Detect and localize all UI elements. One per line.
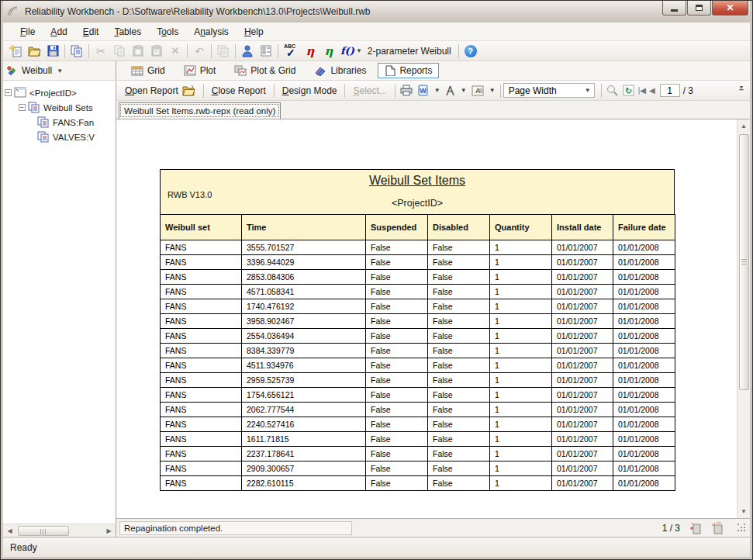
chevron-down-icon: ▼	[434, 87, 440, 94]
tab-grid[interactable]: Grid	[124, 63, 172, 78]
report-toolbar: Open Report Close Report Design Mode Sel…	[116, 81, 750, 101]
table-cell: FANS	[161, 299, 242, 314]
restore-button[interactable]	[687, 1, 711, 16]
table-cell: 01/01/2008	[613, 344, 675, 358]
table-row: FANS2240.527416FalseFalse101/01/200701/0…	[161, 417, 675, 432]
table-cell: False	[366, 314, 428, 329]
table-row: FANS2554.036494FalseFalse101/01/200701/0…	[161, 329, 675, 344]
eta-green-button[interactable]: η	[320, 43, 338, 60]
close-report-button[interactable]: Close Report	[206, 84, 271, 98]
export-text-button[interactable]: A▼	[469, 84, 498, 98]
table-cell: 2282.610115	[242, 476, 366, 491]
zoom-value: Page Width	[509, 85, 557, 96]
toolbar-overflow-button[interactable]: ▼▔	[736, 85, 747, 96]
menu-analysis[interactable]: Analysis	[186, 24, 237, 40]
page-margins-icon[interactable]	[689, 522, 702, 534]
eta-red-button[interactable]: η	[301, 43, 320, 60]
design-mode-button[interactable]: Design Mode	[277, 84, 343, 98]
collapse-icon[interactable]: −	[19, 104, 26, 111]
toolbar-separator	[395, 84, 395, 98]
menu-help[interactable]: Help	[237, 24, 271, 40]
table-cell: False	[366, 388, 428, 403]
open-report-button[interactable]: Open Report	[119, 83, 201, 98]
report-area: Open Report Close Report Design Mode Sel…	[116, 81, 750, 537]
tab-plot[interactable]: Plot	[177, 63, 223, 78]
collapse-icon[interactable]: −	[5, 89, 12, 96]
menu-add[interactable]: Add	[43, 24, 74, 40]
spell-check-button[interactable]: ABC✓	[281, 43, 301, 60]
minimize-button[interactable]	[662, 1, 686, 16]
tree-node-project[interactable]: − <ProjectID>	[5, 85, 114, 100]
toolbar-separator	[235, 44, 236, 58]
table-cell: 2853.084306	[242, 270, 366, 285]
table-cell: FANS	[161, 329, 242, 344]
table-cell: 1	[490, 447, 552, 461]
table-cell: 01/01/2008	[613, 373, 675, 388]
new-project-button[interactable]	[6, 43, 25, 60]
resize-grip[interactable]	[737, 524, 747, 533]
save-button[interactable]	[43, 43, 62, 60]
database-user-button[interactable]	[238, 43, 257, 60]
close-button[interactable]: ✕	[712, 1, 748, 16]
table-cell: 1611.71815	[242, 432, 366, 447]
report-subtitle: <ProjectID>	[161, 198, 674, 209]
scrollbar-thumb[interactable]	[18, 526, 69, 536]
table-cell: 1	[490, 344, 552, 358]
menu-tables[interactable]: Tables	[106, 24, 149, 40]
table-cell: 1	[490, 388, 552, 403]
tab-plot-label: Plot	[200, 65, 216, 76]
table-row: FANS4571.058341FalseFalse101/01/200701/0…	[161, 285, 675, 299]
scroll-right-icon[interactable]: ▶	[102, 524, 116, 538]
page-number-input[interactable]	[660, 84, 680, 97]
open-project-button[interactable]	[25, 43, 43, 60]
eta-green-icon: η	[325, 44, 333, 58]
tab-plot-grid[interactable]: Plot & Grid	[227, 63, 302, 78]
export-word-button[interactable]: W▼	[415, 83, 443, 98]
menu-edit[interactable]: Edit	[75, 24, 107, 40]
project-icon	[14, 87, 27, 99]
chevron-down-icon: ▼	[57, 67, 63, 74]
table-cell: False	[366, 417, 428, 432]
table-row: FANS2062.777544FalseFalse101/01/200701/0…	[161, 403, 675, 417]
plot-icon	[184, 65, 196, 76]
scroll-up-icon[interactable]: ▲	[737, 119, 751, 133]
project-tree-panel: − <ProjectID> − Weibull Sets FANS:Fan VA…	[3, 81, 116, 537]
chevron-down-icon: ▼	[461, 87, 467, 94]
paste-special-button	[147, 43, 166, 60]
table-cell: 01/01/2008	[613, 299, 675, 314]
table-cell: 01/01/2008	[613, 403, 675, 417]
zoom-select[interactable]: Page Width ▼	[503, 83, 595, 98]
weibull-module-button[interactable]: Weibull ▼	[6, 65, 63, 76]
table-cell: 01/01/2007	[552, 285, 613, 299]
window-title: Reliability Workbench - D:\Software\Reli…	[25, 6, 371, 17]
main-area: − <ProjectID> − Weibull Sets FANS:Fan VA…	[3, 81, 750, 537]
table-cell: 3396.944029	[242, 255, 366, 270]
page-setup-icon[interactable]	[711, 522, 724, 534]
weibull-set-icon	[37, 131, 50, 143]
tree-node-fans[interactable]: FANS:Fan	[5, 115, 114, 130]
menu-tools[interactable]: Tools	[149, 24, 186, 40]
distribution-function-button[interactable]: f()▼	[338, 43, 364, 60]
page-total-label: / 3	[683, 85, 693, 96]
table-cell: 1	[490, 461, 552, 476]
duplicate-pages-button[interactable]	[67, 43, 86, 60]
grid-icon	[131, 65, 143, 76]
tab-reports[interactable]: Reports	[378, 63, 439, 78]
menu-file[interactable]: File	[12, 24, 43, 40]
tree-node-valves[interactable]: VALVES:V	[5, 130, 114, 144]
scroll-left-icon[interactable]: ◀	[3, 524, 16, 538]
previous-page-icon: ◀	[649, 86, 655, 95]
document-tab[interactable]: Weibull Set Items.rwb-repx (read only)	[119, 102, 281, 119]
tab-libraries[interactable]: Libraries	[307, 63, 373, 78]
export-pdf-button[interactable]: ▼	[443, 84, 469, 98]
toolbar-separator	[203, 84, 204, 98]
table-cell: 4511.934976	[242, 358, 366, 373]
scroll-down-icon[interactable]: ▼	[737, 505, 751, 518]
tree-node-weibull-sets[interactable]: − Weibull Sets	[5, 100, 114, 115]
help-button[interactable]: ?	[461, 43, 480, 60]
grid-options-button[interactable]	[257, 43, 275, 60]
scrollbar-thumb[interactable]	[739, 134, 749, 390]
refresh-button[interactable]: ↻	[620, 83, 637, 98]
print-button[interactable]	[398, 83, 415, 98]
report-table: Weibull set Time Suspended Disabled Quan…	[160, 214, 675, 491]
